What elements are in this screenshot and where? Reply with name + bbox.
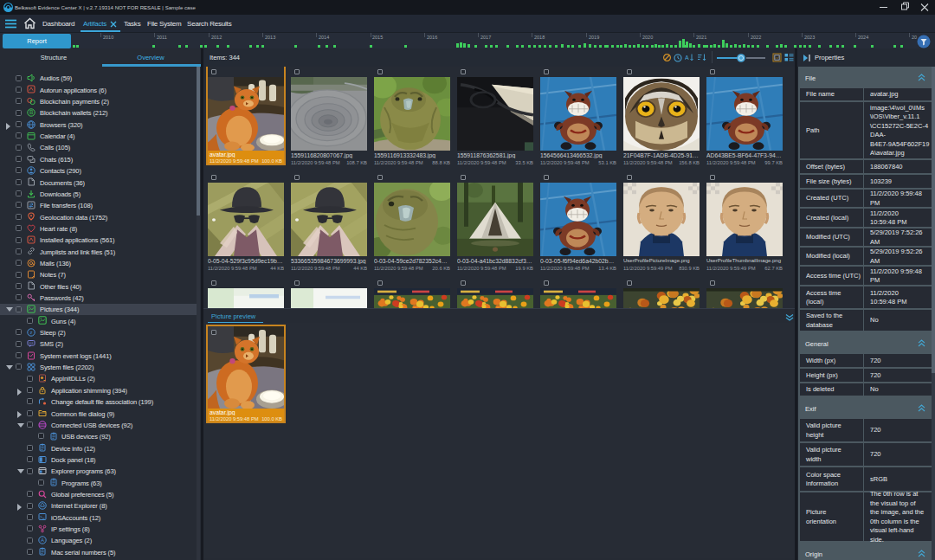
svg-text:A: A [685,55,689,61]
svg-text:A: A [41,537,44,543]
svg-text:z: z [29,330,32,335]
svg-text:B: B [29,109,32,115]
